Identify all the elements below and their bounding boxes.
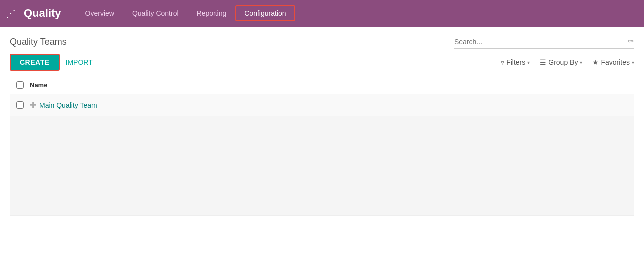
header-name-col: Name	[30, 81, 634, 89]
nav-overview[interactable]: Overview	[76, 5, 123, 21]
row-checkbox[interactable]	[16, 101, 24, 109]
topnav-menu: Overview Quality Control Reporting Confi…	[76, 5, 638, 21]
favorites-icon: ★	[592, 58, 599, 66]
drag-handle-icon[interactable]: ✚	[30, 100, 36, 110]
groupby-arrow: ▾	[580, 60, 582, 65]
empty-area	[10, 116, 634, 216]
main-content: Quality Teams ⚰ CREATE IMPORT ▿ Filters …	[0, 27, 644, 216]
favorites-dropdown[interactable]: ★ Favorites ▾	[592, 58, 634, 66]
row-name[interactable]: Main Quality Team	[39, 101, 97, 109]
favorites-arrow: ▾	[632, 60, 634, 65]
nav-reporting[interactable]: Reporting	[188, 5, 236, 21]
search-bar[interactable]: ⚰	[454, 35, 634, 49]
page-title: Quality Teams	[10, 37, 67, 47]
filter-icon: ▿	[501, 58, 504, 66]
grid-icon[interactable]: ⋰	[6, 7, 16, 19]
filters-arrow: ▾	[527, 60, 530, 65]
search-icon: ⚰	[627, 37, 634, 46]
search-input[interactable]	[454, 38, 627, 46]
filters-dropdown[interactable]: ▿ Filters ▾	[501, 58, 530, 66]
toolbar: CREATE IMPORT ▿ Filters ▾ ☰ Group By ▾ ★…	[10, 54, 634, 71]
toolbar-left: CREATE IMPORT	[10, 54, 93, 71]
groupby-icon: ☰	[540, 58, 546, 66]
toolbar-right: ▿ Filters ▾ ☰ Group By ▾ ★ Favorites ▾	[501, 58, 634, 66]
nav-quality-control[interactable]: Quality Control	[123, 5, 188, 21]
table-header-row: Name	[10, 76, 634, 94]
groupby-dropdown[interactable]: ☰ Group By ▾	[540, 58, 582, 66]
groupby-label: Group By	[548, 58, 578, 66]
create-button[interactable]: CREATE	[10, 54, 60, 71]
table-container: Name ✚ Main Quality Team	[10, 76, 634, 216]
header-checkbox-col[interactable]	[10, 81, 30, 89]
row-checkbox-col[interactable]	[10, 101, 30, 109]
filters-label: Filters	[506, 58, 525, 66]
table-row[interactable]: ✚ Main Quality Team	[10, 94, 634, 116]
import-button[interactable]: IMPORT	[66, 58, 93, 66]
select-all-checkbox[interactable]	[16, 81, 24, 89]
page-header: Quality Teams ⚰	[10, 35, 634, 49]
favorites-label: Favorites	[601, 58, 630, 66]
topnav: ⋰ Quality Overview Quality Control Repor…	[0, 0, 644, 27]
app-brand: Quality	[24, 7, 61, 20]
nav-configuration[interactable]: Configuration	[235, 5, 295, 21]
